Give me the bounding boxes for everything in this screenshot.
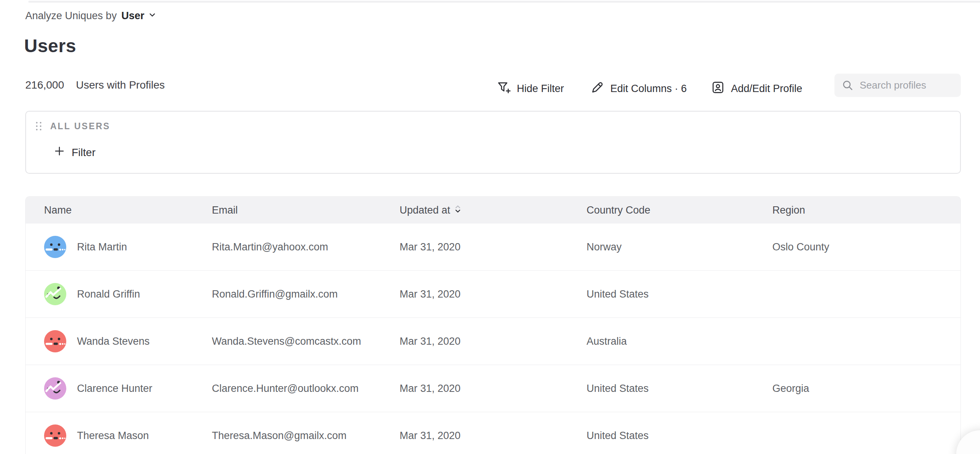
chevron-down-icon — [148, 10, 157, 22]
user-country-code: United States — [587, 430, 772, 442]
avatar — [44, 330, 66, 352]
edit-columns-button[interactable]: Edit Columns · 6 — [590, 76, 687, 101]
filter-panel: ALL USERS Filter — [25, 111, 961, 174]
profile-card-icon — [711, 80, 725, 97]
user-region: Oslo County — [772, 241, 960, 253]
table-row[interactable]: Ronald Griffin Ronald.Griffin@gmailx.com… — [26, 271, 960, 318]
column-header-name[interactable]: Name — [26, 204, 212, 216]
sort-carets-icon[interactable] — [454, 204, 461, 217]
user-email: Ronald.Griffin@gmailx.com — [212, 288, 400, 300]
search-profiles-input[interactable] — [834, 74, 961, 97]
column-header-email[interactable]: Email — [212, 204, 400, 216]
top-divider — [28, 1, 980, 3]
analyze-uniques-value: User — [121, 10, 144, 22]
plus-icon — [54, 145, 65, 160]
analyze-uniques-dropdown[interactable]: User — [121, 10, 157, 22]
page-title: Users — [24, 35, 76, 56]
users-table: Name Email Updated at Country Code Regio… — [25, 196, 961, 454]
profile-count-row: 216,000 Users with Profiles — [25, 79, 165, 91]
column-header-country-code[interactable]: Country Code — [587, 204, 772, 216]
user-email: Rita.Martin@yahoox.com — [212, 241, 400, 253]
user-updated-at: Mar 31, 2020 — [400, 430, 587, 442]
profile-count: 216,000 — [25, 79, 64, 91]
add-filter-button[interactable]: Filter — [54, 145, 95, 160]
user-country-code: Australia — [587, 336, 772, 347]
user-updated-at: Mar 31, 2020 — [400, 336, 587, 347]
hide-filter-label: Hide Filter — [517, 83, 564, 95]
pencil-icon — [590, 80, 605, 97]
avatar — [44, 283, 66, 305]
table-row[interactable]: Clarence Hunter Clarence.Hunter@outlookx… — [26, 365, 960, 412]
user-name: Wanda Stevens — [77, 336, 150, 347]
user-name: Clarence Hunter — [77, 383, 152, 395]
add-filter-label: Filter — [72, 146, 95, 159]
filter-scope-row: ALL USERS — [35, 121, 110, 132]
user-country-code: Norway — [587, 241, 772, 253]
add-edit-profile-label: Add/Edit Profile — [731, 83, 802, 95]
user-email: Wanda.Stevens@comcastx.com — [212, 336, 400, 347]
drag-dots-icon[interactable] — [35, 121, 42, 131]
user-updated-at: Mar 31, 2020 — [400, 288, 587, 300]
table-row[interactable]: Theresa Mason Theresa.Mason@gmailx.com M… — [26, 412, 960, 454]
search-profiles — [834, 74, 961, 97]
column-header-updated-at[interactable]: Updated at — [400, 204, 587, 217]
table-row[interactable]: Rita Martin Rita.Martin@yahoox.com Mar 3… — [26, 224, 960, 271]
user-updated-at: Mar 31, 2020 — [400, 241, 587, 253]
edit-columns-label: Edit Columns · 6 — [610, 83, 687, 95]
user-region: Georgia — [772, 383, 960, 395]
user-name: Ronald Griffin — [77, 288, 140, 300]
user-name: Rita Martin — [77, 241, 127, 253]
users-page: Analyze Uniques by User Users 216,000 Us… — [0, 0, 980, 454]
analyze-uniques-row: Analyze Uniques by User — [25, 10, 157, 22]
filter-scope-label: ALL USERS — [50, 121, 110, 132]
table-row[interactable]: Wanda Stevens Wanda.Stevens@comcastx.com… — [26, 318, 960, 365]
avatar — [44, 377, 66, 400]
hide-filter-button[interactable]: Hide Filter — [497, 76, 564, 101]
funnel-plus-icon — [497, 80, 511, 97]
column-header-region[interactable]: Region — [772, 204, 960, 216]
user-country-code: United States — [587, 288, 772, 300]
user-updated-at: Mar 31, 2020 — [400, 383, 587, 395]
profile-count-label: Users with Profiles — [76, 79, 165, 91]
user-email: Clarence.Hunter@outlookx.com — [212, 383, 400, 395]
user-country-code: United States — [587, 383, 772, 395]
table-header-row: Name Email Updated at Country Code Regio… — [26, 197, 960, 224]
add-edit-profile-button[interactable]: Add/Edit Profile — [711, 76, 802, 101]
avatar — [44, 236, 66, 258]
avatar — [44, 424, 66, 447]
user-name: Theresa Mason — [77, 430, 149, 442]
analyze-uniques-label: Analyze Uniques by — [25, 10, 117, 22]
user-email: Theresa.Mason@gmailx.com — [212, 430, 400, 442]
